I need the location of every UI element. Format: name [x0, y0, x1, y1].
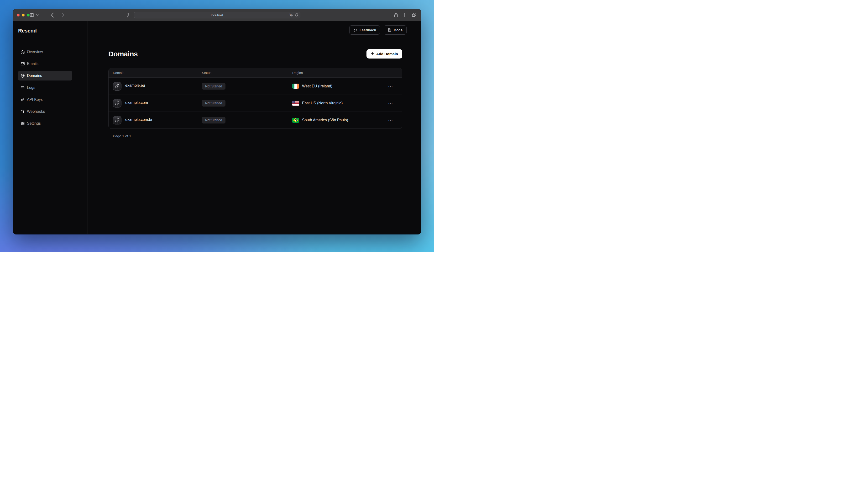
feedback-button[interactable]: Feedback [349, 25, 380, 34]
status-badge: Not Started [202, 100, 226, 107]
home-icon [21, 50, 25, 54]
sidebar-item-label: Emails [27, 62, 39, 66]
toolbar-divider [35, 13, 35, 18]
sidebar-nav: Overview Emails [13, 47, 87, 128]
sidebar-item-emails[interactable]: Emails [18, 59, 72, 69]
sidebar-item-logs[interactable]: Logs [18, 83, 72, 92]
ireland-flag-icon [292, 84, 299, 89]
new-tab-icon[interactable] [403, 13, 407, 17]
address-bar-url[interactable]: localhost [134, 12, 300, 18]
tabs-overview-icon[interactable] [412, 13, 416, 17]
sliders-icon [21, 121, 25, 125]
browser-toolbar: localhost A 文 [13, 9, 421, 21]
sidebar-item-label: Domains [27, 73, 42, 78]
address-bar[interactable]: localhost A 文 [134, 12, 300, 18]
status-badge: Not Started [202, 83, 226, 90]
resend-app: Resend Overview [13, 21, 421, 234]
shield-icon[interactable] [126, 12, 129, 18]
sidebar-item-label: Overview [27, 50, 43, 54]
browser-window: localhost A 文 [13, 9, 421, 234]
domains-page: Domains Add Domain Domain Status Re [88, 39, 421, 138]
page-title: Domains [108, 50, 138, 58]
brazil-flag-icon [292, 118, 299, 123]
pagination-status: Page 1 of 1 [108, 134, 402, 138]
share-icon[interactable] [394, 12, 398, 18]
add-domain-button-label: Add Domain [376, 52, 398, 56]
region-label: East US (North Virginia) [302, 101, 343, 105]
column-header-domain: Domain [108, 71, 202, 75]
table-row[interactable]: example.eu Not Started West EU (Ireland)… [108, 78, 402, 94]
sidebar-item-webhooks[interactable]: Webhooks [18, 107, 72, 116]
sidebar-toggle-icon[interactable] [29, 13, 34, 18]
column-header-status: Status [202, 71, 292, 75]
svg-text:文: 文 [291, 14, 292, 16]
docs-button[interactable]: Docs [384, 25, 406, 34]
resend-logo: Resend [18, 28, 87, 34]
sidebar-item-overview[interactable]: Overview [18, 47, 72, 57]
table-header-row: Domain Status Region [108, 68, 402, 78]
main-panel: Feedback Docs Domains [88, 21, 421, 234]
reload-icon[interactable] [294, 13, 298, 18]
row-more-menu[interactable]: ⋯ [388, 83, 393, 89]
address-bar-icons: A 文 [289, 13, 298, 18]
sidebar-item-domains[interactable]: Domains [18, 71, 72, 81]
table-row[interactable]: example.com.br Not Started South America… [108, 112, 402, 129]
sidebar-item-label: API Keys [27, 98, 43, 102]
svg-text:A: A [289, 13, 291, 15]
main-header: Feedback Docs [88, 21, 421, 39]
forward-button-icon[interactable] [62, 12, 65, 18]
globe-icon [21, 73, 25, 78]
sidebar-item-label: Logs [27, 85, 35, 90]
plus-icon [371, 52, 374, 56]
feedback-button-label: Feedback [360, 28, 376, 32]
domains-table: Domain Status Region [108, 68, 402, 129]
add-domain-button[interactable]: Add Domain [366, 49, 402, 59]
speech-bubble-icon [353, 28, 358, 32]
minimize-window-button[interactable] [22, 13, 24, 17]
back-button-icon[interactable] [51, 12, 54, 18]
row-more-menu[interactable]: ⋯ [388, 117, 393, 123]
logs-icon [21, 85, 25, 90]
region-label: South America (São Paulo) [302, 118, 348, 122]
document-icon [388, 28, 392, 32]
sidebar-item-settings[interactable]: Settings [18, 119, 72, 128]
table-row[interactable]: example.com Not Started East US (North V… [108, 94, 402, 112]
sidebar-item-label: Webhooks [27, 109, 45, 114]
close-window-button[interactable] [17, 13, 20, 17]
arrows-up-down-icon [21, 109, 25, 114]
sidebar-item-label: Settings [27, 121, 41, 125]
row-more-menu[interactable]: ⋯ [388, 100, 393, 106]
domain-link[interactable]: example.com.br [125, 118, 153, 123]
domain-link[interactable]: example.com [125, 101, 148, 106]
translate-icon[interactable]: A 文 [289, 13, 293, 18]
column-header-region: Region [292, 71, 379, 75]
domain-link[interactable]: example.eu [125, 83, 145, 89]
docs-button-label: Docs [394, 28, 403, 32]
region-label: West EU (Ireland) [302, 84, 332, 88]
sidebar: Resend Overview [13, 21, 88, 234]
desktop-background: localhost A 文 [0, 0, 434, 252]
sidebar-item-api-keys[interactable]: API Keys [18, 95, 72, 104]
status-badge: Not Started [202, 117, 226, 123]
link-icon [113, 99, 122, 108]
united-states-flag-icon [292, 101, 299, 106]
link-icon [113, 116, 122, 124]
mail-icon [21, 62, 25, 66]
lock-icon [21, 98, 25, 102]
link-icon [113, 82, 122, 91]
chevron-down-icon[interactable] [36, 14, 39, 16]
